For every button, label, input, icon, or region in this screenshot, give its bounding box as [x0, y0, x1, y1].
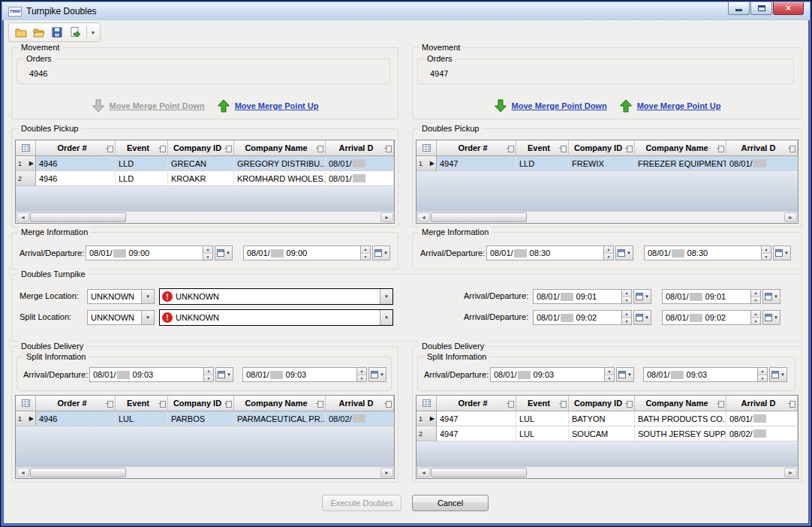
scroll-thumb[interactable] [431, 468, 527, 477]
column-header-company-name[interactable]: Company Name [635, 396, 726, 411]
export-icon[interactable] [66, 24, 84, 41]
table-row[interactable]: 24947LULSOUCAMSOUTH JERSEY SUPP...08/02/ [417, 426, 798, 441]
spin-up-button[interactable]: ▲ [204, 368, 213, 375]
horizontal-scrollbar[interactable]: ◄ ► [417, 211, 798, 223]
calendar-dropdown-button[interactable]: ▼ [633, 289, 651, 304]
pin-icon[interactable] [788, 400, 795, 407]
app-icon[interactable]: TMW [8, 7, 22, 17]
scroll-right-button[interactable]: ► [784, 212, 797, 222]
column-header-company-id[interactable]: Company ID [168, 396, 234, 411]
dropdown-arrow-icon[interactable]: ▼ [380, 310, 392, 325]
datetime-input[interactable]: 08/01/09:03 [490, 367, 605, 382]
spin-up-button[interactable]: ▲ [203, 246, 212, 253]
grid-corner-button[interactable] [16, 140, 36, 155]
column-header-event[interactable]: Event [516, 396, 569, 411]
spin-up-button[interactable]: ▲ [357, 368, 366, 375]
scroll-left-button[interactable]: ◄ [417, 468, 430, 477]
table-row[interactable]: 1▶4947LLDFREWIXFREEZER EQUIPMENT08/01/ [417, 156, 798, 171]
column-header-company-name[interactable]: Company Name [234, 140, 326, 155]
datetime-input[interactable]: 08/01/09:02 [662, 310, 751, 325]
spin-down-button[interactable]: ▼ [604, 253, 613, 260]
datetime-input[interactable]: 08/01/09:01 [662, 289, 751, 304]
datetime-input[interactable]: 08/01/09:01 [533, 289, 622, 304]
close-button[interactable]: × [773, 2, 804, 15]
scroll-right-button[interactable]: ► [784, 468, 797, 477]
horizontal-scrollbar[interactable]: ◄ ► [417, 466, 798, 478]
pin-icon[interactable] [106, 145, 113, 152]
pin-icon[interactable] [316, 145, 323, 152]
dropdown-arrow-icon[interactable]: ▼ [141, 311, 154, 324]
spin-down-button[interactable]: ▼ [605, 375, 614, 382]
spin-up-button[interactable]: ▲ [758, 368, 767, 375]
pin-icon[interactable] [559, 400, 567, 407]
row-header[interactable]: 1▶ [417, 156, 437, 171]
move-merge-point-up-link[interactable]: Move Merge Point Up [235, 101, 319, 110]
calendar-dropdown-button[interactable]: ▼ [215, 245, 233, 260]
table-row[interactable]: 1▶4946LLDGRECANGREGORY DISTRIBU...08/01/ [16, 156, 394, 171]
calendar-dropdown-button[interactable]: ▼ [769, 367, 787, 382]
table-row[interactable]: 24946LLDKROAKRKROMHARD WHOLES...08/01/ [16, 171, 394, 186]
spin-down-button[interactable]: ▼ [357, 375, 366, 382]
scroll-thumb[interactable] [30, 468, 126, 477]
pin-icon[interactable] [224, 145, 232, 152]
scroll-left-button[interactable]: ◄ [17, 212, 29, 222]
column-header-company-name[interactable]: Company Name [234, 396, 326, 411]
minimize-button[interactable] [728, 2, 750, 15]
spin-up-button[interactable]: ▲ [604, 246, 613, 253]
spin-up-button[interactable]: ▲ [605, 368, 614, 375]
datetime-input[interactable]: 08/01/08:30 [486, 245, 604, 260]
spin-up-button[interactable]: ▲ [751, 290, 760, 297]
pin-icon[interactable] [158, 145, 166, 152]
row-header[interactable]: 1▶ [16, 411, 36, 426]
move-merge-point-down-link[interactable]: Move Merge Point Down [512, 101, 607, 110]
horizontal-scrollbar[interactable]: ◄ ► [16, 211, 394, 223]
column-header-order-[interactable]: Order # [437, 396, 516, 411]
move-up-arrow-icon[interactable] [217, 99, 230, 113]
calendar-dropdown-button[interactable]: ▼ [762, 289, 780, 304]
column-header-arrival-d[interactable]: Arrival D [326, 396, 394, 411]
save-icon[interactable] [48, 24, 66, 41]
grid-corner-button[interactable] [16, 396, 36, 411]
spin-down-button[interactable]: ▼ [203, 253, 212, 260]
split-location-combo[interactable]: UNKNOWN ▼ [87, 310, 155, 325]
spin-down-button[interactable]: ▼ [758, 375, 767, 382]
open-folder-icon[interactable] [30, 24, 48, 41]
spin-down-button[interactable]: ▼ [762, 253, 771, 260]
dropdown-arrow-icon[interactable]: ▼ [380, 289, 392, 304]
move-down-arrow-icon[interactable] [494, 99, 507, 113]
column-header-company-id[interactable]: Company ID [569, 140, 635, 155]
table-row[interactable]: 1▶4947LULBATYONBATH PRODUCTS CO...08/01/ [417, 411, 798, 426]
scroll-right-button[interactable]: ► [380, 468, 393, 477]
calendar-dropdown-button[interactable]: ▼ [372, 245, 390, 260]
spin-down-button[interactable]: ▼ [622, 297, 631, 304]
spin-down-button[interactable]: ▼ [751, 318, 760, 325]
spin-up-button[interactable]: ▲ [622, 290, 631, 297]
pin-icon[interactable] [559, 145, 567, 152]
pin-icon[interactable] [384, 145, 392, 152]
calendar-dropdown-button[interactable]: ▼ [773, 245, 791, 260]
split-location-detail-combo[interactable]: ! UNKNOWN ▼ [159, 309, 393, 326]
column-header-arrival-d[interactable]: Arrival D [726, 396, 798, 411]
move-merge-point-up-link[interactable]: Move Merge Point Up [637, 101, 721, 110]
pin-icon[interactable] [224, 400, 232, 407]
pin-icon[interactable] [106, 400, 113, 407]
column-header-arrival-d[interactable]: Arrival D [726, 140, 798, 155]
merge-location-combo[interactable]: UNKNOWN ▼ [87, 289, 155, 304]
pin-icon[interactable] [717, 145, 724, 152]
scroll-track[interactable] [126, 212, 380, 223]
pin-icon[interactable] [717, 400, 724, 407]
horizontal-scrollbar[interactable]: ◄ ► [16, 466, 394, 478]
column-header-company-name[interactable]: Company Name [635, 140, 726, 155]
column-header-event[interactable]: Event [516, 140, 569, 155]
spin-down-button[interactable]: ▼ [204, 375, 213, 382]
datetime-input[interactable]: 08/01/09:00 [243, 245, 361, 260]
scroll-left-button[interactable]: ◄ [417, 212, 430, 222]
row-header[interactable]: 1▶ [16, 156, 36, 171]
row-header[interactable]: 1▶ [417, 411, 437, 426]
column-header-event[interactable]: Event [116, 396, 168, 411]
spin-up-button[interactable]: ▲ [361, 246, 370, 253]
new-document-icon[interactable] [12, 24, 30, 41]
pin-icon[interactable] [625, 145, 633, 152]
scroll-right-button[interactable]: ► [380, 212, 393, 222]
scroll-thumb[interactable] [30, 212, 126, 222]
